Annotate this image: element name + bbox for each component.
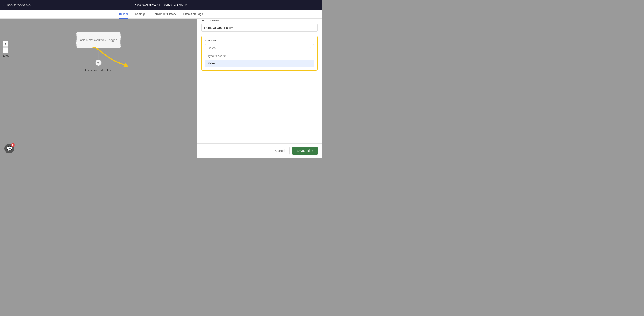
back-to-workflows[interactable]: ← Back to Workflows xyxy=(3,3,30,7)
tab-execution[interactable]: Execution Logs xyxy=(183,10,203,19)
zoom-level: 100% xyxy=(3,54,9,57)
panel-body: ACTION NAME PIPELINE Select Sales ⌃ Sale… xyxy=(197,15,322,144)
page-title: New Workflow : 1688460028096 ✏ xyxy=(135,3,188,7)
workflow-trigger-node[interactable]: Add New Workflow Trigger xyxy=(76,32,121,48)
tab-enrollment[interactable]: Enrollment History xyxy=(152,10,176,19)
pipeline-select[interactable]: Select Sales xyxy=(205,44,314,52)
workflow-title: New Workflow : 1688460028096 xyxy=(135,3,183,7)
pipeline-search-input[interactable] xyxy=(205,52,314,60)
trigger-label: Add New Workflow Trigger xyxy=(80,38,117,42)
tab-settings[interactable]: Settings xyxy=(134,10,146,19)
plus-icon: + xyxy=(97,60,100,65)
back-arrow-icon: ← xyxy=(3,3,6,7)
pipeline-section: PIPELINE Select Sales ⌃ Sales xyxy=(201,36,318,71)
header: ← Back to Workflows New Workflow : 16884… xyxy=(0,0,322,10)
chat-button[interactable]: 💬 9 xyxy=(4,144,14,154)
svg-marker-0 xyxy=(123,63,128,67)
zoom-in-button[interactable]: + xyxy=(3,41,8,46)
tabs-bar: Builder Settings Enrollment History Exec… xyxy=(0,10,322,19)
action-name-label: ACTION NAME xyxy=(201,19,318,22)
chat-badge-count: 9 xyxy=(11,143,15,147)
pipeline-label: PIPELINE xyxy=(205,39,314,42)
workflow-canvas: + − 100% Add New Workflow Trigger + Add … xyxy=(0,19,197,158)
cancel-button[interactable]: Cancel xyxy=(270,147,290,155)
add-action-button[interactable]: + xyxy=(95,60,102,66)
pipeline-select-wrapper: Select Sales ⌃ xyxy=(205,44,314,52)
back-label: Back to Workflows xyxy=(7,3,30,7)
chat-icon: 💬 xyxy=(7,146,12,151)
zoom-controls: + − 100% xyxy=(3,41,9,57)
pipeline-option-sales[interactable]: Sales xyxy=(205,60,314,67)
add-first-action-label: Add your first action xyxy=(85,68,112,72)
connector-line xyxy=(98,51,99,60)
save-action-button[interactable]: Save Action xyxy=(292,147,318,155)
edit-icon[interactable]: ✏ xyxy=(184,3,187,7)
zoom-out-button[interactable]: − xyxy=(3,47,8,53)
action-panel: Remove Opportunity × Removes an opportun… xyxy=(197,0,322,158)
tab-builder[interactable]: Builder xyxy=(119,10,128,19)
panel-footer: Cancel Save Action xyxy=(197,144,322,158)
action-name-input[interactable] xyxy=(201,24,318,32)
